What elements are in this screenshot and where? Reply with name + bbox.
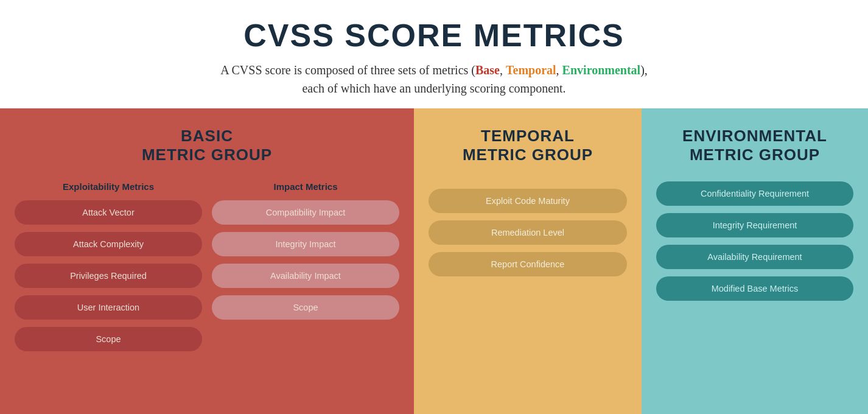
subtitle: A CVSS score is composed of three sets o… bbox=[37, 61, 831, 97]
list-item: Scope bbox=[15, 327, 202, 351]
list-item: Integrity Impact bbox=[212, 232, 399, 256]
impact-pills: Compatibility ImpactIntegrity ImpactAvai… bbox=[212, 200, 399, 327]
temporal-group-title: TEMPORAL METRIC GROUP bbox=[429, 127, 627, 164]
subtitle-base: Base bbox=[475, 63, 500, 77]
basic-metric-group: BASIC METRIC GROUP Exploitability Metric… bbox=[0, 108, 414, 414]
environmental-metric-group: ENVIRONMENTAL METRIC GROUP Confidentiali… bbox=[642, 108, 868, 414]
subtitle-line2: each of which have an underlying scoring… bbox=[302, 82, 565, 95]
impact-header: Impact Metrics bbox=[212, 181, 399, 192]
exploitability-pills: Attack VectorAttack ComplexityPrivileges… bbox=[15, 200, 202, 359]
environmental-group-title: ENVIRONMENTAL METRIC GROUP bbox=[656, 127, 853, 164]
list-item: Availability Requirement bbox=[656, 245, 853, 269]
list-item: Attack Vector bbox=[15, 200, 202, 225]
list-item: Integrity Requirement bbox=[656, 213, 853, 237]
list-item: Exploit Code Maturity bbox=[429, 189, 627, 213]
exploitability-subcol: Exploitability Metrics Attack VectorAtta… bbox=[15, 181, 202, 359]
header-section: CVSS SCORE METRICS A CVSS score is compo… bbox=[0, 0, 868, 108]
subtitle-after: ), bbox=[640, 63, 648, 77]
page-wrapper: CVSS SCORE METRICS A CVSS score is compo… bbox=[0, 0, 868, 414]
basic-group-title: BASIC METRIC GROUP bbox=[15, 127, 399, 164]
list-item: Availability Impact bbox=[212, 264, 399, 288]
columns-section: BASIC METRIC GROUP Exploitability Metric… bbox=[0, 108, 868, 414]
temporal-pills: Exploit Code MaturityRemediation LevelRe… bbox=[429, 189, 627, 284]
temporal-metric-group: TEMPORAL METRIC GROUP Exploit Code Matur… bbox=[414, 108, 642, 414]
list-item: Attack Complexity bbox=[15, 232, 202, 256]
list-item: Modified Base Metrics bbox=[656, 276, 853, 301]
page-title: CVSS SCORE METRICS bbox=[37, 17, 831, 54]
impact-subcol: Impact Metrics Compatibility ImpactInteg… bbox=[212, 181, 399, 359]
list-item: User Interaction bbox=[15, 295, 202, 320]
list-item: Remediation Level bbox=[429, 220, 627, 245]
basic-inner-layout: Exploitability Metrics Attack VectorAtta… bbox=[15, 181, 399, 359]
subtitle-temporal: Temporal bbox=[506, 63, 556, 77]
list-item: Privileges Required bbox=[15, 264, 202, 288]
subtitle-before: A CVSS score is composed of three sets o… bbox=[220, 63, 475, 77]
list-item: Compatibility Impact bbox=[212, 200, 399, 225]
list-item: Scope bbox=[212, 295, 399, 320]
environmental-pills: Confidentiality RequirementIntegrity Req… bbox=[656, 181, 853, 308]
subtitle-comma2: , bbox=[556, 63, 562, 77]
subtitle-comma1: , bbox=[500, 63, 506, 77]
list-item: Report Confidence bbox=[429, 252, 627, 276]
subtitle-environmental: Environmental bbox=[562, 63, 641, 77]
list-item: Confidentiality Requirement bbox=[656, 181, 853, 206]
exploitability-header: Exploitability Metrics bbox=[15, 181, 202, 192]
